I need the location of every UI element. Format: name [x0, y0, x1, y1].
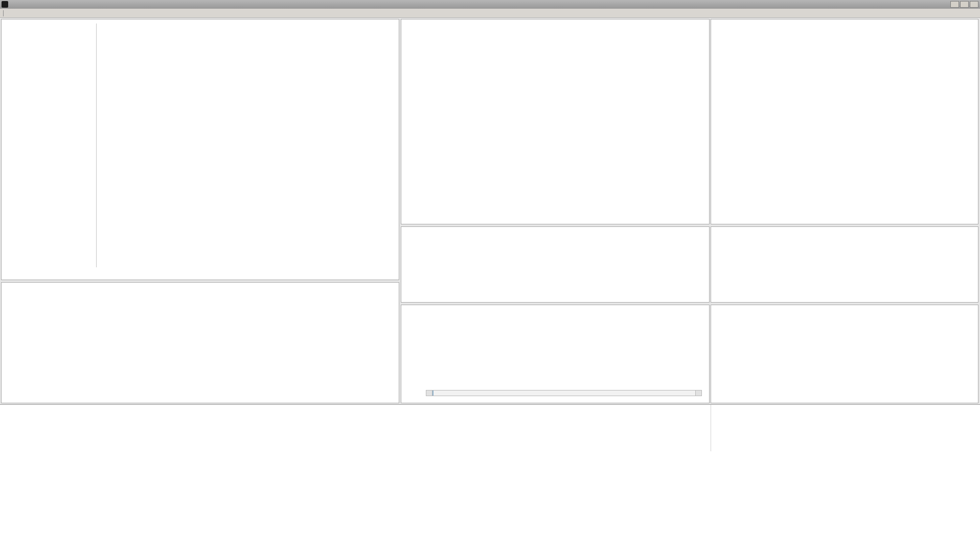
- time-scrollbar[interactable]: [426, 390, 702, 396]
- lambda-error-table-panel[interactable]: [1, 282, 399, 403]
- time-axis: [401, 382, 709, 389]
- cal-error-graph-panel[interactable]: [401, 305, 710, 403]
- scrollbar-track[interactable]: [432, 390, 695, 396]
- scroll-right-button[interactable]: [695, 390, 701, 396]
- minimize-button[interactable]: [950, 1, 959, 8]
- lam1-plot[interactable]: [401, 19, 709, 224]
- window-controls: [949, 1, 978, 8]
- status-bar: [0, 404, 980, 451]
- app-icon: [2, 1, 8, 8]
- scroll-left-button[interactable]: [426, 390, 432, 396]
- cal-error-legend-rows: [711, 305, 978, 309]
- menu-separator: [3, 10, 4, 16]
- histogram-x-axis: [97, 271, 397, 278]
- cal-error-legend-panel: [711, 305, 978, 403]
- histogram-rows: [2, 19, 399, 26]
- log-mode-info: [711, 405, 980, 451]
- lam1-legend-rows: [711, 19, 978, 24]
- maximize-button[interactable]: [960, 1, 969, 8]
- lam1-legend-panel: [711, 19, 978, 224]
- fuel-error-graph-panel[interactable]: [401, 226, 710, 303]
- fuel-error-plot[interactable]: [401, 227, 709, 302]
- app-window: [0, 0, 980, 451]
- menu-bar: [0, 9, 980, 18]
- close-button[interactable]: [970, 1, 978, 8]
- sensor-error-histogram-panel[interactable]: [1, 19, 399, 280]
- histogram-axis-line: [96, 24, 97, 267]
- fuel-error-legend-panel: [711, 226, 978, 303]
- lam1-graph-panel[interactable]: [401, 19, 710, 224]
- fuel-error-legend-rows: [711, 227, 978, 231]
- scrollbar-thumb[interactable]: [432, 390, 434, 396]
- cal-error-plot[interactable]: [401, 305, 709, 382]
- sview-app: [0, 0, 980, 552]
- title-bar[interactable]: [0, 0, 980, 9]
